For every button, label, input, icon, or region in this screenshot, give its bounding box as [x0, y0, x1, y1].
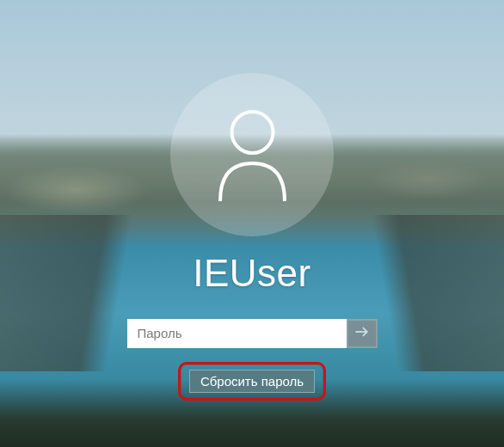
login-container: IEUser Сбросить пароль	[0, 0, 504, 447]
username-label: IEUser	[193, 252, 310, 295]
password-row	[127, 319, 378, 348]
user-icon	[212, 105, 293, 204]
password-input[interactable]	[127, 319, 347, 348]
reset-password-highlight: Сбросить пароль	[178, 362, 326, 401]
arrow-right-icon	[353, 323, 371, 344]
reset-password-button[interactable]: Сбросить пароль	[189, 370, 315, 393]
submit-button[interactable]	[347, 319, 378, 348]
user-avatar	[170, 73, 334, 236]
svg-point-0	[231, 112, 273, 153]
